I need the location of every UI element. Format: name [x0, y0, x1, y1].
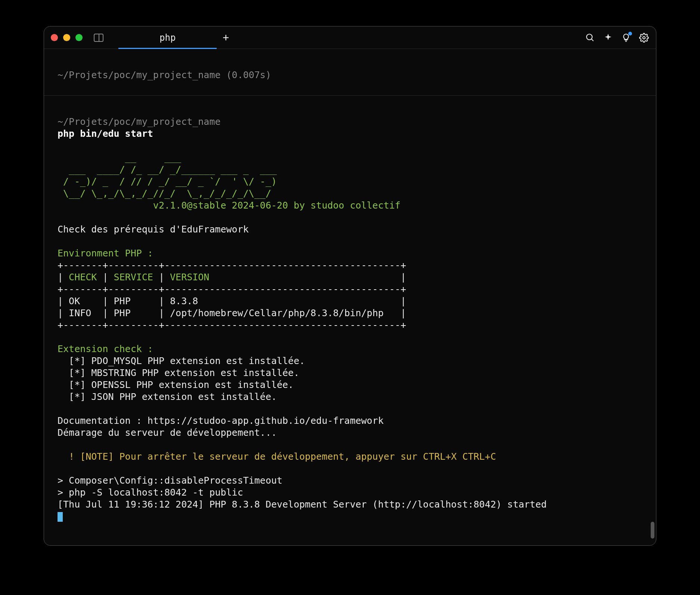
- svg-point-0: [586, 34, 592, 40]
- ext-json: [*] JSON PHP extension est installée.: [58, 391, 277, 402]
- tabs: php +: [118, 27, 235, 49]
- lightbulb-icon[interactable]: [621, 33, 631, 43]
- terminal-window: php + ~/Projets/poc/my_project_name (0.0…: [44, 26, 656, 546]
- split-pane-icon[interactable]: [94, 34, 103, 42]
- doc-line: Documentation : https://studoo-app.githu…: [58, 415, 384, 426]
- table-border-top: +-------+---------+---------------------…: [58, 260, 406, 271]
- table-border-mid: +-------+---------+---------------------…: [58, 284, 406, 295]
- ext-heading: Extension check :: [58, 343, 153, 354]
- traffic-lights: [51, 34, 83, 41]
- ascii-logo: __ ___ ___ ____/ /_ __/ _/______ ___ _ _…: [58, 152, 277, 199]
- notification-dot: [628, 32, 632, 36]
- ext-openssl: [*] OPENSSL PHP extension est installée.: [58, 379, 294, 390]
- table-header-check: CHECK: [69, 272, 97, 283]
- serve-line: > php -S localhost:8042 -t public: [58, 487, 243, 498]
- sparkle-icon[interactable]: [603, 33, 613, 43]
- prompt-path-2: ~/Projets/poc/my_project_name: [58, 116, 221, 127]
- composer-line: > Composer\Config::disableProcessTimeout: [58, 475, 282, 486]
- ext-pdo: [*] PDO_MYSQL PHP extension est installé…: [58, 355, 305, 366]
- scrollbar-thumb[interactable]: [651, 522, 654, 539]
- terminal-output[interactable]: ~/Projets/poc/my_project_name (0.007s) ~…: [44, 49, 656, 531]
- note-line: ! [NOTE] Pour arrêter le serveur de déve…: [58, 451, 496, 462]
- table-row-1: | OK | PHP | 8.3.8 |: [58, 296, 406, 306]
- table-row-2: | INFO | PHP | /opt/homebrew/Cellar/php/…: [58, 308, 406, 318]
- env-heading: Environment PHP :: [58, 248, 153, 259]
- minimize-window-button[interactable]: [63, 34, 70, 41]
- cursor: [58, 512, 63, 522]
- table-border-bottom: +-------+---------+---------------------…: [58, 320, 406, 330]
- maximize-window-button[interactable]: [75, 34, 83, 41]
- tab-label: php: [159, 33, 176, 43]
- svg-point-2: [643, 36, 645, 39]
- new-tab-button[interactable]: +: [217, 31, 235, 44]
- prompt-path-1: ~/Projets/poc/my_project_name (0.007s): [58, 70, 271, 80]
- tab-php[interactable]: php: [118, 27, 217, 49]
- table-header-version: VERSION: [170, 272, 209, 283]
- server-started-line: [Thu Jul 11 19:36:12 2024] PHP 8.3.8 Dev…: [58, 499, 546, 510]
- command-line: php bin/edu start: [58, 128, 153, 139]
- svg-line-1: [591, 39, 593, 41]
- version-line: v2.1.0@stable 2024-06-20 by studoo colle…: [58, 200, 400, 211]
- titlebar: php +: [44, 27, 656, 49]
- titlebar-actions: [585, 33, 649, 43]
- close-window-button[interactable]: [51, 34, 58, 41]
- settings-icon[interactable]: [639, 33, 649, 43]
- check-heading: Check des prérequis d'EduFramework: [58, 224, 249, 235]
- table-header-service: SERVICE: [114, 272, 153, 283]
- search-icon[interactable]: [585, 33, 595, 43]
- start-line: Démarage du serveur de développement...: [58, 427, 277, 438]
- ext-mbstring: [*] MBSTRING PHP extension est installée…: [58, 367, 299, 378]
